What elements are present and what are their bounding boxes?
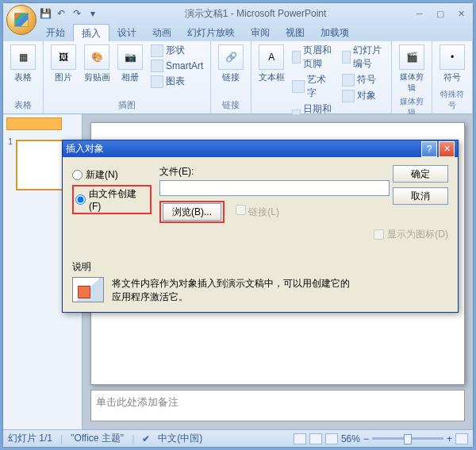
cancel-button[interactable]: 取消	[393, 187, 448, 205]
clipart-icon: 🎨	[84, 44, 109, 70]
btn-header-footer[interactable]: 页眉和页脚	[290, 43, 336, 71]
header-icon	[292, 51, 301, 63]
tab-animation[interactable]: 动画	[144, 24, 179, 41]
smartart-icon	[151, 60, 163, 72]
chart-icon	[151, 75, 163, 88]
btn-album[interactable]: 📷相册	[115, 43, 145, 85]
link-icon: 🔗	[218, 44, 244, 70]
view-sorter-icon[interactable]	[309, 433, 322, 444]
insert-object-dialog: 插入对象 ? ✕ 新建(N) 由文件创建(F) 文件(E): 浏览(B)... …	[62, 140, 459, 313]
group-text: A文本框 页眉和页脚 艺术字 日期和时间 幻灯片编号 符号 对象 文本	[251, 41, 392, 113]
btn-textbox[interactable]: A文本框	[256, 43, 286, 85]
status-bar: 幻灯片 1/1| "Office 主题"| ✔ 中文(中国) 56% − +	[3, 429, 473, 447]
radio-fromfile[interactable]: 由文件创建(F)	[75, 187, 148, 212]
notes-pane[interactable]: 单击此处添加备注	[90, 390, 465, 421]
spellcheck-icon[interactable]: ✔	[142, 433, 150, 444]
object-icon	[342, 90, 355, 102]
btn-spsymbol[interactable]: •符号	[437, 43, 467, 85]
btn-link[interactable]: 🔗链接	[216, 43, 246, 85]
symbol-icon	[342, 74, 355, 87]
showicon-checkbox: 显示为图标(D)	[159, 228, 448, 241]
media-icon: 🎬	[399, 44, 424, 70]
tab-home[interactable]: 开始	[38, 24, 73, 41]
window-title: 演示文稿1 - Microsoft PowerPoint	[100, 7, 411, 21]
zoom-in-icon[interactable]: +	[447, 433, 452, 444]
btn-symbol[interactable]: 符号	[340, 72, 386, 87]
thumb-number: 1	[8, 137, 13, 194]
radio-fromfile-highlight: 由文件创建(F)	[72, 185, 152, 214]
status-theme: "Office 主题"	[71, 432, 124, 445]
status-slide: 幻灯片 1/1	[8, 432, 52, 445]
tab-view[interactable]: 视图	[278, 24, 313, 41]
view-show-icon[interactable]	[325, 433, 338, 444]
group-illustrations: 🖼图片 🎨剪贴画 📷相册 形状 SmartArt 图表 插图	[44, 41, 211, 113]
redo-icon[interactable]: ↷	[70, 6, 84, 21]
tab-insert[interactable]: 插入	[73, 24, 109, 41]
close-button[interactable]: ✕	[452, 7, 470, 20]
btn-picture[interactable]: 🖼图片	[48, 43, 79, 85]
group-media: 🎬媒体剪辑 媒体剪辑	[392, 41, 432, 113]
zoom-out-icon[interactable]: −	[363, 433, 369, 444]
description-text: 将文件内容作为对象插入到演示文稿中，可以用创建它的应用程序激活它。	[112, 277, 350, 304]
btn-table[interactable]: ▦表格	[8, 43, 38, 85]
save-icon[interactable]: 💾	[38, 6, 52, 21]
spsymbol-icon: •	[440, 44, 465, 70]
fit-icon[interactable]	[455, 433, 468, 444]
tab-slideshow[interactable]: 幻灯片放映	[179, 24, 243, 41]
textbox-icon: A	[259, 44, 284, 70]
undo-icon[interactable]: ↶	[54, 6, 68, 21]
zoom-slider[interactable]	[372, 437, 443, 440]
tab-addins[interactable]: 加载项	[313, 24, 357, 41]
maximize-button[interactable]: ▢	[432, 7, 449, 20]
ribbon: ▦表格 表格 🖼图片 🎨剪贴画 📷相册 形状 SmartArt 图表 插图 🔗链…	[3, 41, 473, 114]
status-lang: 中文(中国)	[158, 432, 202, 445]
wordart-icon	[292, 80, 304, 93]
shapes-icon	[151, 44, 163, 57]
btn-smartart[interactable]: SmartArt	[148, 59, 205, 73]
group-tables: ▦表格 表格	[3, 41, 44, 113]
tab-review[interactable]: 审阅	[243, 24, 278, 41]
link-checkbox: 链接(L)	[236, 205, 279, 219]
btn-object[interactable]: 对象	[340, 88, 386, 103]
description-section: 说明 将文件内容作为对象插入到演示文稿中，可以用创建它的应用程序激活它。	[72, 241, 448, 304]
office-button[interactable]	[6, 5, 36, 35]
titlebar: 💾 ↶ ↷ ▾ 演示文稿1 - Microsoft PowerPoint ─ ▢…	[3, 3, 473, 24]
browse-highlight: 浏览(B)...	[159, 201, 225, 223]
file-path-input[interactable]	[159, 180, 390, 196]
group-links: 🔗链接 链接	[211, 41, 251, 113]
btn-slidenum[interactable]: 幻灯片编号	[340, 43, 386, 71]
table-icon: ▦	[10, 44, 36, 70]
btn-media[interactable]: 🎬媒体剪辑	[397, 43, 427, 95]
qat-dropdown-icon[interactable]: ▾	[86, 6, 100, 21]
office-logo-icon	[14, 13, 29, 27]
dialog-help-icon[interactable]: ?	[421, 141, 437, 157]
dialog-titlebar[interactable]: 插入对象 ? ✕	[63, 140, 458, 157]
radio-new[interactable]: 新建(N)	[72, 168, 152, 182]
thumbnail-tab[interactable]	[6, 117, 62, 130]
btn-shapes[interactable]: 形状	[148, 43, 205, 58]
description-title: 说明	[72, 260, 448, 274]
view-normal-icon[interactable]	[294, 433, 306, 444]
dialog-close-icon[interactable]: ✕	[439, 141, 455, 157]
browse-button[interactable]: 浏览(B)...	[163, 203, 221, 221]
minimize-button[interactable]: ─	[411, 7, 428, 20]
btn-chart[interactable]: 图表	[148, 74, 205, 89]
ribbon-tabs: 开始 插入 设计 动画 幻灯片放映 审阅 视图 加载项	[3, 24, 473, 41]
slidenum-icon	[342, 51, 351, 63]
tab-design[interactable]: 设计	[109, 24, 144, 41]
picture-icon: 🖼	[51, 44, 76, 70]
album-icon: 📷	[117, 44, 143, 70]
btn-clipart[interactable]: 🎨剪贴画	[82, 43, 112, 85]
zoom-value: 56%	[341, 433, 360, 444]
description-icon	[72, 277, 104, 302]
btn-wordart[interactable]: 艺术字	[290, 72, 336, 101]
zoom-controls: 56% − +	[294, 433, 468, 444]
dialog-title: 插入对象	[66, 142, 421, 156]
group-symbols: •符号 特殊符号	[432, 41, 473, 113]
ok-button[interactable]: 确定	[393, 165, 448, 183]
